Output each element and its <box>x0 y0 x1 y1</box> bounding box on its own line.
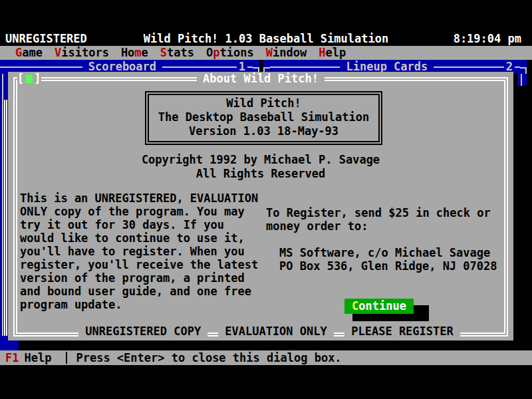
status-bar: F1 Help Press <Enter> to close this dial… <box>0 350 532 365</box>
close-icon <box>25 74 33 83</box>
lineup-window-right-frame <box>517 74 527 86</box>
evaluation-text: This is an UNREGISTERED, EVALUATION ONLY… <box>20 192 258 311</box>
help-label[interactable]: Help <box>24 351 51 365</box>
clock: 8:19:04 pm <box>454 32 521 46</box>
frame-line <box>247 66 253 68</box>
f1-help-shortcut[interactable]: F1 <box>5 351 19 365</box>
copyright-block: Copyright 1992 by Michael P. Savage All … <box>8 153 513 181</box>
program-info-box: Wild Pitch! The Desktop Baseball Simulat… <box>145 91 382 145</box>
menu-stats[interactable]: Stats <box>154 46 200 60</box>
menu-window[interactable]: Window <box>260 46 313 60</box>
continue-button[interactable]: Continue <box>344 299 414 314</box>
about-dialog: [] About Wild Pitch! Wild Pitch! The Des… <box>8 72 513 340</box>
top-bar: UNREGISTERED Wild Pitch! 1.03 Baseball S… <box>0 32 532 46</box>
footer-register: PLEASE REGISTER <box>344 325 460 338</box>
dialog-shadow <box>21 340 527 350</box>
menu-bar: Game Visitors Home Stats Options Window … <box>0 46 532 60</box>
background-window-frame <box>4 100 7 340</box>
status-separator <box>66 352 67 364</box>
menu-visitors[interactable]: Visitors <box>49 46 115 60</box>
dialog-title: About Wild Pitch! <box>197 72 325 86</box>
frame-line <box>2 74 3 350</box>
program-version: Version 1.03 18-May-93 <box>149 124 378 138</box>
frame-corner <box>520 67 527 74</box>
rights-line: All Rights Reserved <box>8 167 513 181</box>
dialog-shadow <box>513 86 527 350</box>
frame-line <box>521 74 522 86</box>
footer-evaluation: EVALUATION ONLY <box>218 325 334 338</box>
menu-help[interactable]: Help <box>313 46 352 60</box>
program-name: Wild Pitch! <box>149 96 378 110</box>
menu-options[interactable]: Options <box>200 46 260 60</box>
dos-screen: UNREGISTERED Wild Pitch! 1.03 Baseball S… <box>0 0 532 399</box>
frame-line <box>162 66 237 68</box>
registration-status: UNREGISTERED <box>5 32 87 46</box>
window-close-button[interactable]: [] <box>17 72 41 86</box>
program-subtitle: The Desktop Baseball Simulation <box>149 110 378 124</box>
frame-line <box>8 66 82 68</box>
menu-game[interactable]: Game <box>9 46 49 60</box>
frame-line <box>0 66 8 68</box>
copyright-line: Copyright 1992 by Michael P. Savage <box>8 153 513 167</box>
status-message: Press <Enter> to close this dialog box. <box>76 351 341 365</box>
menu-home[interactable]: Home <box>115 46 154 60</box>
app-title: Wild Pitch! 1.03 Baseball Simulation <box>144 32 388 46</box>
frame-line <box>515 66 520 68</box>
register-instructions: To Register, send $25 in check or money … <box>266 206 491 233</box>
register-address: MS Software, c/o Michael Savage PO Box 5… <box>279 246 497 273</box>
footer-unregistered: UNREGISTERED COPY <box>78 325 207 338</box>
frame-line <box>434 66 503 68</box>
frame-line <box>270 66 340 68</box>
